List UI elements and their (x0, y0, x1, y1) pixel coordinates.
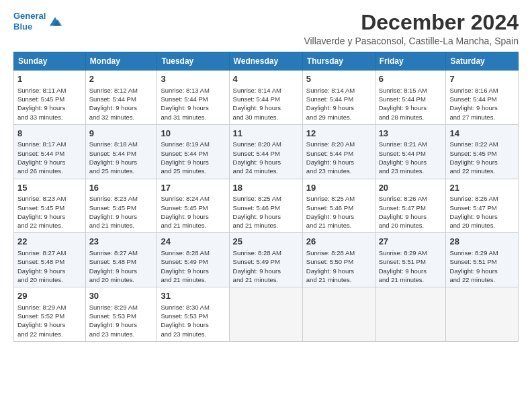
day-info: Sunrise: 8:25 AM Sunset: 5:46 PM Dayligh… (233, 194, 299, 230)
calendar-week-row: 29Sunrise: 8:29 AM Sunset: 5:52 PM Dayli… (14, 287, 519, 342)
calendar-cell: 6Sunrise: 8:15 AM Sunset: 5:44 PM Daylig… (375, 71, 446, 125)
calendar-cell: 14Sunrise: 8:22 AM Sunset: 5:45 PM Dayli… (446, 124, 519, 179)
calendar-cell: 26Sunrise: 8:28 AM Sunset: 5:50 PM Dayli… (302, 233, 375, 287)
day-number: 22 (17, 236, 82, 248)
logo-icon (47, 15, 63, 28)
day-info: Sunrise: 8:24 AM Sunset: 5:45 PM Dayligh… (161, 194, 225, 230)
calendar-cell: 22Sunrise: 8:27 AM Sunset: 5:48 PM Dayli… (14, 233, 86, 287)
calendar-week-row: 1Sunrise: 8:11 AM Sunset: 5:45 PM Daylig… (14, 71, 519, 125)
column-header-tuesday: Tuesday (157, 52, 229, 71)
day-number: 6 (379, 73, 443, 85)
day-number: 19 (306, 182, 371, 194)
day-number: 26 (306, 236, 371, 248)
day-info: Sunrise: 8:29 AM Sunset: 5:53 PM Dayligh… (89, 303, 154, 338)
column-header-saturday: Saturday (446, 52, 519, 71)
day-info: Sunrise: 8:20 AM Sunset: 5:44 PM Dayligh… (233, 140, 299, 175)
calendar-cell (446, 287, 519, 342)
calendar-cell: 20Sunrise: 8:26 AM Sunset: 5:47 PM Dayli… (375, 179, 446, 233)
calendar-cell: 31Sunrise: 8:30 AM Sunset: 5:53 PM Dayli… (157, 287, 229, 342)
day-number: 20 (379, 182, 443, 194)
calendar-cell (302, 287, 375, 342)
day-number: 16 (89, 182, 154, 194)
logo: General Blue (13, 11, 63, 32)
day-number: 31 (161, 290, 225, 302)
day-info: Sunrise: 8:27 AM Sunset: 5:48 PM Dayligh… (17, 248, 82, 284)
column-header-sunday: Sunday (14, 52, 86, 71)
calendar-table: SundayMondayTuesdayWednesdayThursdayFrid… (13, 52, 519, 342)
day-number: 1 (17, 73, 82, 85)
day-info: Sunrise: 8:23 AM Sunset: 5:45 PM Dayligh… (17, 194, 82, 230)
calendar-cell: 9Sunrise: 8:18 AM Sunset: 5:44 PM Daylig… (85, 124, 157, 179)
calendar-week-row: 8Sunrise: 8:17 AM Sunset: 5:44 PM Daylig… (14, 124, 519, 179)
day-info: Sunrise: 8:29 AM Sunset: 5:51 PM Dayligh… (449, 248, 515, 284)
calendar-week-row: 22Sunrise: 8:27 AM Sunset: 5:48 PM Dayli… (14, 233, 519, 287)
column-header-monday: Monday (85, 52, 157, 71)
calendar-cell: 12Sunrise: 8:20 AM Sunset: 5:44 PM Dayli… (302, 124, 375, 179)
day-number: 11 (233, 128, 299, 140)
day-info: Sunrise: 8:11 AM Sunset: 5:45 PM Dayligh… (17, 86, 82, 122)
column-header-thursday: Thursday (302, 52, 375, 71)
day-info: Sunrise: 8:19 AM Sunset: 5:44 PM Dayligh… (161, 140, 225, 175)
day-info: Sunrise: 8:14 AM Sunset: 5:44 PM Dayligh… (306, 86, 371, 122)
calendar-cell: 7Sunrise: 8:16 AM Sunset: 5:44 PM Daylig… (446, 71, 519, 125)
title-block: December 2024 Villaverde y Pasaconsol, C… (304, 11, 519, 46)
day-number: 3 (161, 73, 225, 85)
calendar-cell: 25Sunrise: 8:28 AM Sunset: 5:49 PM Dayli… (229, 233, 302, 287)
calendar-cell: 27Sunrise: 8:29 AM Sunset: 5:51 PM Dayli… (375, 233, 446, 287)
day-info: Sunrise: 8:13 AM Sunset: 5:44 PM Dayligh… (161, 86, 225, 122)
calendar-cell: 18Sunrise: 8:25 AM Sunset: 5:46 PM Dayli… (229, 179, 302, 233)
calendar-week-row: 15Sunrise: 8:23 AM Sunset: 5:45 PM Dayli… (14, 179, 519, 233)
day-number: 12 (306, 128, 371, 140)
day-number: 13 (379, 128, 443, 140)
day-number: 18 (233, 182, 299, 194)
day-number: 5 (306, 73, 371, 85)
day-number: 4 (233, 73, 299, 85)
calendar-cell: 4Sunrise: 8:14 AM Sunset: 5:44 PM Daylig… (229, 71, 302, 125)
day-info: Sunrise: 8:28 AM Sunset: 5:49 PM Dayligh… (233, 248, 299, 284)
page-subtitle: Villaverde y Pasaconsol, Castille-La Man… (304, 36, 519, 46)
calendar-cell: 17Sunrise: 8:24 AM Sunset: 5:45 PM Dayli… (157, 179, 229, 233)
page-container: General Blue December 2024 Villaverde y … (0, 0, 532, 349)
day-info: Sunrise: 8:27 AM Sunset: 5:48 PM Dayligh… (89, 248, 154, 284)
calendar-cell: 13Sunrise: 8:21 AM Sunset: 5:44 PM Dayli… (375, 124, 446, 179)
calendar-cell: 1Sunrise: 8:11 AM Sunset: 5:45 PM Daylig… (14, 71, 86, 125)
day-info: Sunrise: 8:30 AM Sunset: 5:53 PM Dayligh… (161, 303, 225, 338)
calendar-cell: 29Sunrise: 8:29 AM Sunset: 5:52 PM Dayli… (14, 287, 86, 342)
day-number: 21 (449, 182, 515, 194)
calendar-cell: 21Sunrise: 8:26 AM Sunset: 5:47 PM Dayli… (446, 179, 519, 233)
page-title: December 2024 (304, 11, 519, 34)
calendar-cell: 16Sunrise: 8:23 AM Sunset: 5:45 PM Dayli… (85, 179, 157, 233)
column-header-wednesday: Wednesday (229, 52, 302, 71)
day-info: Sunrise: 8:16 AM Sunset: 5:44 PM Dayligh… (449, 86, 515, 122)
calendar-cell: 3Sunrise: 8:13 AM Sunset: 5:44 PM Daylig… (157, 71, 229, 125)
day-number: 8 (17, 128, 82, 140)
day-info: Sunrise: 8:25 AM Sunset: 5:46 PM Dayligh… (306, 194, 371, 230)
day-info: Sunrise: 8:22 AM Sunset: 5:45 PM Dayligh… (449, 140, 515, 175)
day-info: Sunrise: 8:28 AM Sunset: 5:50 PM Dayligh… (306, 248, 371, 284)
day-number: 2 (89, 73, 154, 85)
day-number: 28 (449, 236, 515, 248)
calendar-cell: 28Sunrise: 8:29 AM Sunset: 5:51 PM Dayli… (446, 233, 519, 287)
day-number: 7 (449, 73, 515, 85)
day-info: Sunrise: 8:12 AM Sunset: 5:44 PM Dayligh… (89, 86, 154, 122)
calendar-cell: 24Sunrise: 8:28 AM Sunset: 5:49 PM Dayli… (157, 233, 229, 287)
calendar-cell (229, 287, 302, 342)
day-info: Sunrise: 8:29 AM Sunset: 5:52 PM Dayligh… (17, 303, 82, 338)
calendar-cell: 19Sunrise: 8:25 AM Sunset: 5:46 PM Dayli… (302, 179, 375, 233)
calendar-cell: 8Sunrise: 8:17 AM Sunset: 5:44 PM Daylig… (14, 124, 86, 179)
day-info: Sunrise: 8:14 AM Sunset: 5:44 PM Dayligh… (233, 86, 299, 122)
calendar-cell: 23Sunrise: 8:27 AM Sunset: 5:48 PM Dayli… (85, 233, 157, 287)
day-number: 23 (89, 236, 154, 248)
calendar-cell: 15Sunrise: 8:23 AM Sunset: 5:45 PM Dayli… (14, 179, 86, 233)
logo-text: General Blue (13, 11, 46, 32)
calendar-cell: 2Sunrise: 8:12 AM Sunset: 5:44 PM Daylig… (85, 71, 157, 125)
day-info: Sunrise: 8:18 AM Sunset: 5:44 PM Dayligh… (89, 140, 154, 175)
day-info: Sunrise: 8:26 AM Sunset: 5:47 PM Dayligh… (379, 194, 443, 230)
day-number: 27 (379, 236, 443, 248)
calendar-cell: 30Sunrise: 8:29 AM Sunset: 5:53 PM Dayli… (85, 287, 157, 342)
header: General Blue December 2024 Villaverde y … (13, 11, 519, 46)
calendar-header-row: SundayMondayTuesdayWednesdayThursdayFrid… (14, 52, 519, 71)
day-number: 30 (89, 290, 154, 302)
column-header-friday: Friday (375, 52, 446, 71)
day-info: Sunrise: 8:23 AM Sunset: 5:45 PM Dayligh… (89, 194, 154, 230)
